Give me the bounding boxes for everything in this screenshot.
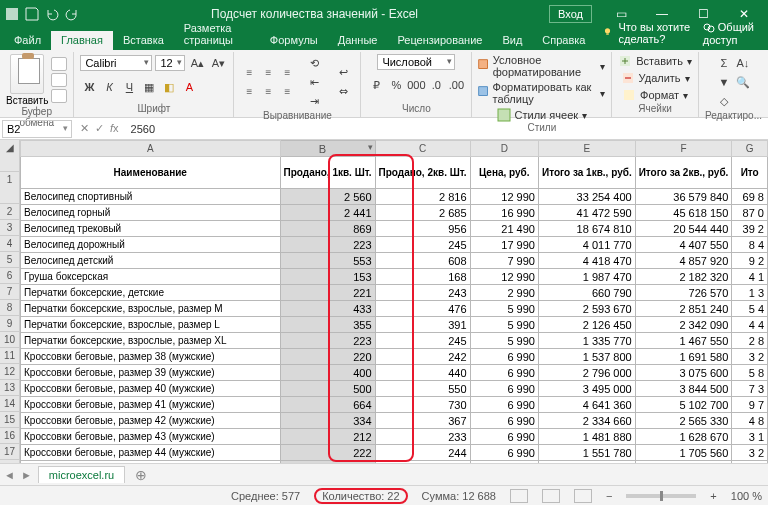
col-G[interactable]: G — [732, 141, 768, 157]
cell[interactable]: 1 481 880 — [538, 429, 635, 445]
cell[interactable]: 21 490 — [470, 221, 538, 237]
cell[interactable]: 2 441 — [280, 205, 375, 221]
cell[interactable]: 2 342 090 — [635, 317, 732, 333]
table-row[interactable]: Кроссовки беговые, размер 40 (мужские)50… — [21, 381, 768, 397]
cell[interactable]: 243 — [375, 285, 470, 301]
cell[interactable]: 221 — [280, 285, 375, 301]
cell[interactable]: 20 544 440 — [635, 221, 732, 237]
fill-color-icon[interactable]: ◧ — [160, 78, 178, 96]
cell[interactable]: 355 — [280, 317, 375, 333]
cell[interactable]: Перчатки боксерские, взрослые, размер M — [21, 301, 281, 317]
cell[interactable]: 6 990 — [470, 397, 538, 413]
cell[interactable]: 2 334 660 — [538, 413, 635, 429]
cell[interactable]: 367 — [375, 413, 470, 429]
cell[interactable]: 212 — [280, 429, 375, 445]
tab-file[interactable]: Файл — [4, 31, 51, 50]
table-row[interactable]: Велосипед горный2 4412 68516 99041 472 5… — [21, 205, 768, 221]
cell[interactable]: 2 685 — [375, 205, 470, 221]
cell[interactable]: 245 — [375, 333, 470, 349]
col-C[interactable]: C — [375, 141, 470, 157]
cell[interactable]: Велосипед детский — [21, 253, 281, 269]
align-top-icon[interactable]: ≡ — [240, 64, 258, 82]
cell[interactable]: 6 990 — [470, 381, 538, 397]
indent-dec-icon[interactable]: ⇤ — [303, 73, 325, 91]
cell[interactable]: 5 102 700 — [635, 397, 732, 413]
cell[interactable]: 1 467 550 — [635, 333, 732, 349]
cell[interactable]: 1 987 470 — [538, 269, 635, 285]
cell[interactable]: 433 — [280, 301, 375, 317]
decrease-font-icon[interactable]: A▾ — [209, 54, 227, 72]
zoom-slider[interactable] — [626, 494, 696, 498]
merge-icon[interactable]: ⇔ — [332, 83, 354, 101]
cell[interactable]: Кроссовки беговые, размер 44 (мужские) — [21, 445, 281, 461]
data-table[interactable]: A B C D E F G Наименование Продано, 1кв.… — [20, 140, 768, 463]
cell[interactable]: 233 — [375, 429, 470, 445]
tab-help[interactable]: Справка — [532, 31, 595, 50]
comma-icon[interactable]: 000 — [407, 76, 425, 94]
cell[interactable]: 12 990 — [470, 189, 538, 205]
cell[interactable]: 550 — [375, 381, 470, 397]
cell[interactable]: 6 990 — [470, 429, 538, 445]
undo-icon[interactable] — [44, 6, 60, 22]
table-row[interactable]: Велосипед детский5536087 9904 418 4704 8… — [21, 253, 768, 269]
view-break-icon[interactable] — [574, 489, 592, 503]
cell[interactable]: 223 — [280, 237, 375, 253]
cell[interactable]: 39 2 — [732, 221, 768, 237]
cell[interactable]: 2 560 — [280, 189, 375, 205]
cancel-fx-icon[interactable]: ✕ — [80, 122, 89, 135]
cell[interactable]: 2 593 670 — [538, 301, 635, 317]
zoom-out-icon[interactable]: − — [606, 490, 612, 502]
cell[interactable]: Перчатки боксерские, взрослые, размер L — [21, 317, 281, 333]
table-row[interactable]: Кроссовки беговые, размер 45 (мужские)22… — [21, 461, 768, 464]
insert-button[interactable]: Вставить ▾ — [618, 54, 692, 68]
table-row[interactable]: Кроссовки беговые, размер 38 (мужские)22… — [21, 349, 768, 365]
cell[interactable]: 9 2 — [732, 253, 768, 269]
align-bot-icon[interactable]: ≡ — [278, 64, 296, 82]
cell[interactable]: 440 — [375, 365, 470, 381]
increase-font-icon[interactable]: A▴ — [188, 54, 206, 72]
cell[interactable]: 6 990 — [470, 461, 538, 464]
sort-icon[interactable]: A↓ — [734, 54, 752, 72]
cell[interactable]: 664 — [280, 397, 375, 413]
cell[interactable]: 730 — [375, 397, 470, 413]
cell[interactable]: 2 126 450 — [538, 317, 635, 333]
cell[interactable]: 18 674 810 — [538, 221, 635, 237]
cell[interactable]: 7 990 — [470, 253, 538, 269]
cell[interactable]: 221 — [280, 461, 375, 464]
font-size-select[interactable]: 12 — [155, 55, 185, 71]
sheet-nav-prev[interactable]: ◄ — [4, 469, 15, 481]
cell[interactable]: 4 1 — [732, 269, 768, 285]
cell[interactable]: 245 — [375, 237, 470, 253]
cell[interactable]: 2 8 — [732, 333, 768, 349]
cell[interactable]: 4 418 470 — [538, 253, 635, 269]
font-name-select[interactable]: Calibri — [80, 55, 152, 71]
cell[interactable]: 553 — [280, 253, 375, 269]
cell[interactable]: 9 7 — [732, 397, 768, 413]
cell[interactable]: 500 — [280, 381, 375, 397]
zoom-label[interactable]: 100 % — [731, 490, 762, 502]
cell[interactable]: 660 790 — [538, 285, 635, 301]
indent-inc-icon[interactable]: ⇥ — [303, 92, 325, 110]
filter-icon[interactable] — [734, 92, 752, 110]
save-icon[interactable] — [24, 6, 40, 22]
cell[interactable]: Перчатки боксерские, взрослые, размер XL — [21, 333, 281, 349]
view-normal-icon[interactable] — [510, 489, 528, 503]
table-row[interactable]: Велосипед дорожный22324517 9904 011 7704… — [21, 237, 768, 253]
cell[interactable]: 4 011 770 — [538, 237, 635, 253]
align-center-icon[interactable]: ≡ — [259, 83, 277, 101]
cell[interactable]: 223 — [280, 333, 375, 349]
cell[interactable]: 391 — [375, 317, 470, 333]
table-row[interactable]: Кроссовки беговые, размер 43 (мужские)21… — [21, 429, 768, 445]
cell[interactable]: 5 8 — [732, 365, 768, 381]
orientation-icon[interactable]: ⟲ — [303, 54, 325, 72]
find-icon[interactable]: 🔍 — [734, 73, 752, 91]
cell[interactable]: 3 2 — [732, 349, 768, 365]
table-row[interactable]: Кроссовки беговые, размер 41 (мужские)66… — [21, 397, 768, 413]
cell[interactable]: 244 — [375, 445, 470, 461]
cell[interactable]: 4 857 920 — [635, 253, 732, 269]
table-row[interactable]: Перчатки боксерские, взрослые, размер M4… — [21, 301, 768, 317]
col-D[interactable]: D — [470, 141, 538, 157]
fx-icon[interactable]: fx — [110, 122, 119, 135]
align-left-icon[interactable]: ≡ — [240, 83, 258, 101]
tellme-input[interactable]: Что вы хотите сделать? — [619, 21, 697, 45]
